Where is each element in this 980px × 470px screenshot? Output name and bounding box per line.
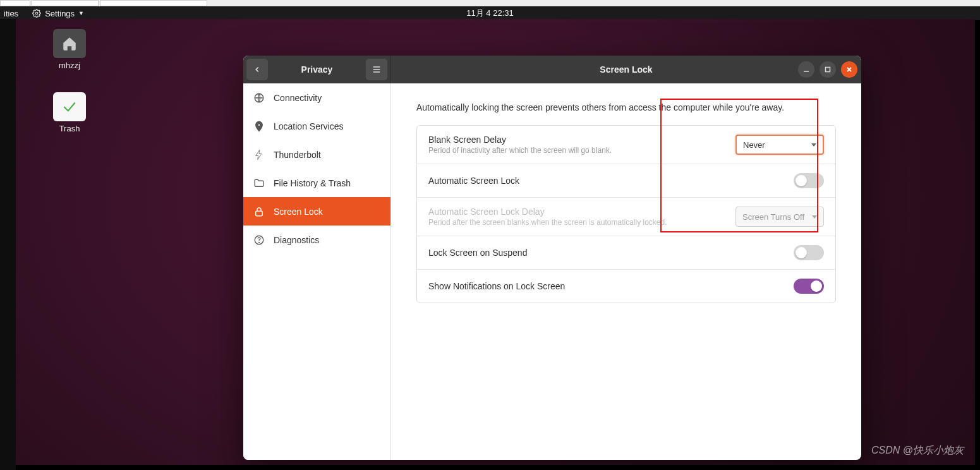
sidebar-item-thunderbolt[interactable]: Thunderbolt	[243, 140, 390, 169]
chevron-down-icon	[812, 215, 817, 219]
home-folder-label: mhzzj	[41, 61, 98, 70]
sidebar: Connectivity Location Services Thunderbo…	[243, 83, 391, 460]
row-title: Show Notifications on Lock Screen	[428, 281, 783, 291]
gear-icon	[32, 9, 41, 18]
close-button[interactable]	[841, 61, 857, 78]
folder-icon	[253, 178, 265, 189]
home-folder-icon[interactable]: mhzzj	[41, 29, 98, 70]
back-button[interactable]	[246, 59, 268, 80]
row-blank-screen-delay: Blank Screen Delay Period of inactivity …	[417, 126, 835, 164]
chevron-down-icon: ▼	[78, 10, 84, 16]
desktop-background: mhzzj Trash Privacy Screen Lock	[16, 19, 975, 465]
row-auto-lock-delay: Automatic Screen Lock Delay Period after…	[417, 197, 835, 236]
lock-icon	[253, 206, 265, 217]
maximize-button[interactable]	[820, 61, 836, 78]
automatic-screen-lock-toggle[interactable]	[794, 173, 824, 188]
watermark: CSDN @快乐小炮灰	[871, 444, 964, 457]
row-subtitle: Period after the screen blanks when the …	[428, 218, 725, 227]
settings-list: Blank Screen Delay Period of inactivity …	[416, 125, 836, 303]
intro-text: Automatically locking the screen prevent…	[416, 101, 836, 114]
row-title: Automatic Screen Lock Delay	[428, 207, 725, 217]
auto-lock-delay-dropdown: Screen Turns Off	[735, 207, 824, 227]
chevron-down-icon	[811, 143, 816, 147]
row-title: Lock Screen on Suspend	[428, 248, 783, 258]
row-title: Automatic Screen Lock	[428, 176, 783, 186]
sidebar-item-label: File History & Trash	[274, 178, 351, 188]
question-icon	[253, 234, 265, 246]
browser-tabs-strip	[0, 0, 980, 6]
settings-window: Privacy Screen Lock Connectivity	[243, 56, 861, 460]
sidebar-item-label: Connectivity	[274, 93, 322, 103]
sidebar-item-screenlock[interactable]: Screen Lock	[243, 197, 390, 226]
sidebar-item-location[interactable]: Location Services	[243, 112, 390, 140]
thunderbolt-icon	[253, 149, 265, 160]
notifications-lock-toggle[interactable]	[794, 279, 824, 294]
row-automatic-screen-lock: Automatic Screen Lock	[417, 164, 835, 197]
dock	[0, 19, 16, 470]
row-lock-on-suspend: Lock Screen on Suspend	[417, 236, 835, 269]
dropdown-value: Never	[743, 140, 765, 150]
dropdown-value: Screen Turns Off	[742, 212, 804, 222]
row-notifications-lock: Show Notifications on Lock Screen	[417, 269, 835, 303]
page-title: Screen Lock	[600, 64, 652, 75]
trash-icon[interactable]: Trash	[41, 92, 98, 133]
sidebar-item-diagnostics[interactable]: Diagnostics	[243, 226, 390, 254]
trash-label: Trash	[41, 124, 98, 133]
hamburger-menu-button[interactable]	[366, 59, 387, 80]
blank-screen-delay-dropdown[interactable]: Never	[735, 135, 824, 155]
lock-on-suspend-toggle[interactable]	[794, 245, 824, 260]
globe-icon	[253, 92, 265, 104]
app-menu-label[interactable]: Settings	[45, 9, 75, 18]
row-subtitle: Period of inactivity after which the scr…	[428, 146, 725, 155]
svg-point-6	[259, 242, 260, 243]
minimize-button[interactable]	[798, 61, 814, 78]
sidebar-item-connectivity[interactable]: Connectivity	[243, 83, 390, 112]
sidebar-item-filehistory[interactable]: File History & Trash	[243, 169, 390, 197]
location-icon	[253, 121, 265, 132]
sidebar-item-label: Location Services	[274, 121, 344, 131]
titlebar[interactable]: Privacy Screen Lock	[243, 56, 861, 83]
svg-rect-4	[256, 211, 263, 216]
svg-point-3	[258, 123, 260, 126]
activities-text[interactable]: ities	[4, 9, 18, 18]
row-title: Blank Screen Delay	[428, 135, 725, 145]
sidebar-item-label: Screen Lock	[274, 207, 323, 217]
svg-point-0	[35, 12, 38, 15]
sidebar-item-label: Thunderbolt	[274, 150, 321, 160]
svg-rect-1	[826, 68, 830, 72]
gnome-top-panel: ities Settings ▼ 11月 4 22:31	[0, 6, 980, 20]
sidebar-item-label: Diagnostics	[274, 235, 319, 245]
sidebar-title: Privacy	[271, 64, 363, 75]
clock[interactable]: 11月 4 22:31	[466, 8, 513, 19]
content-pane: Automatically locking the screen prevent…	[391, 83, 861, 460]
